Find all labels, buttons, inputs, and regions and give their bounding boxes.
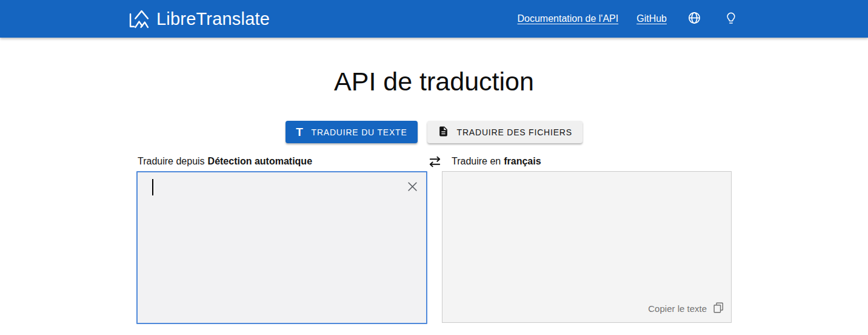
language-selector-button[interactable] [685,11,704,27]
target-language-value: français [504,156,541,167]
target-label-prefix: Traduire en [452,156,501,167]
source-textarea[interactable] [138,172,426,323]
tab-translate-files-label: TRADUIRE DES FICHIERS [457,127,572,137]
swap-languages-button[interactable] [427,155,442,171]
lightbulb-icon [724,12,738,27]
tab-translate-text[interactable]: T TRADUIRE DU TEXTE [285,121,417,143]
source-panel [136,171,427,324]
copy-row: Copier le texte [648,302,724,316]
brand-title: LibreTranslate [156,9,270,29]
translation-output: Copier le texte [442,171,732,323]
libretranslate-logo-icon [128,8,150,30]
source-language-value: Détection automatique [208,156,312,167]
tab-translate-files[interactable]: TRADUIRE DES FICHIERS [427,121,583,143]
nav-link-api-docs[interactable]: Documentation de l'API [518,13,619,24]
copy-text-button[interactable] [712,302,724,316]
document-icon [438,126,449,139]
globe-icon [687,11,701,27]
source-label-prefix: Traduire depuis [138,156,205,167]
target-panel: Copier le texte [442,171,732,324]
main-content: API de traduction T TRADUIRE DU TEXTE TR… [136,67,732,324]
copy-icon [712,302,724,316]
app-header: LibreTranslate Documentation de l'API Gi… [0,0,868,38]
translate-area: Traduire depuis Détection automatique Tr… [136,155,732,324]
brand[interactable]: LibreTranslate [128,8,270,30]
text-icon: T [296,126,303,138]
header-nav: Documentation de l'API GitHub [518,11,741,27]
source-language-selector[interactable]: Traduire depuis Détection automatique [136,155,427,168]
nav-link-github[interactable]: GitHub [636,13,667,24]
target-language-selector[interactable]: Traduire en français [442,155,732,168]
tab-translate-text-label: TRADUIRE DU TEXTE [312,127,407,137]
mode-tabs: T TRADUIRE DU TEXTE TRADUIRE DES FICHIER… [136,121,732,143]
dark-mode-toggle[interactable] [722,12,740,27]
page-title: API de traduction [136,67,732,96]
copy-label: Copier le texte [648,303,707,314]
clear-text-button[interactable] [406,180,419,195]
swap-horizontal-icon [428,155,442,171]
close-icon [407,181,418,194]
